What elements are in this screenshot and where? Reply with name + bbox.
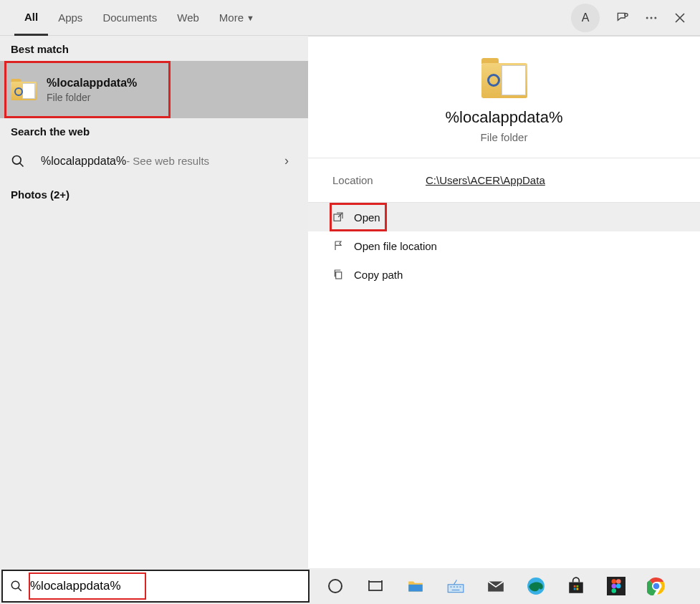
best-match-result[interactable]: %localappdata% File folder bbox=[0, 61, 308, 118]
svg-rect-15 bbox=[574, 588, 576, 590]
task-view-icon[interactable] bbox=[365, 576, 385, 596]
instruction-highlight bbox=[330, 203, 387, 231]
tab-all[interactable]: All bbox=[14, 0, 48, 36]
cortana-icon[interactable] bbox=[325, 576, 345, 596]
svg-point-19 bbox=[616, 579, 621, 584]
results-panel: Best match %localappdata% File folder Se… bbox=[0, 36, 308, 568]
action-copy-path[interactable]: Copy path bbox=[308, 260, 700, 289]
result-title: %localappdata% bbox=[47, 77, 137, 90]
svg-point-18 bbox=[612, 579, 617, 584]
tab-documents[interactable]: Documents bbox=[92, 0, 167, 36]
tab-more-label: More bbox=[219, 11, 244, 24]
copy-icon bbox=[332, 269, 353, 280]
more-options-icon[interactable] bbox=[637, 4, 666, 32]
taskbar bbox=[0, 568, 700, 604]
svg-point-0 bbox=[625, 13, 628, 16]
svg-point-8 bbox=[329, 580, 342, 593]
web-query: %localappdata% bbox=[41, 155, 126, 168]
photos-section[interactable]: Photos (2+) bbox=[0, 178, 308, 211]
preview-subtitle: File folder bbox=[308, 131, 700, 143]
svg-rect-14 bbox=[577, 585, 579, 588]
svg-point-7 bbox=[11, 581, 19, 589]
tab-apps[interactable]: Apps bbox=[48, 0, 92, 36]
svg-rect-16 bbox=[577, 588, 579, 590]
preview-panel: %localappdata% File folder Location C:\U… bbox=[308, 36, 700, 568]
folder-icon bbox=[11, 79, 37, 100]
search-box[interactable] bbox=[1, 570, 310, 603]
tab-web[interactable]: Web bbox=[167, 0, 209, 36]
best-match-header: Best match bbox=[0, 36, 308, 61]
search-web-header: Search the web bbox=[0, 118, 308, 143]
svg-rect-9 bbox=[369, 582, 382, 590]
search-icon bbox=[3, 580, 30, 593]
svg-point-21 bbox=[616, 584, 621, 589]
chevron-down-icon: ▼ bbox=[246, 14, 254, 22]
action-open[interactable]: Open bbox=[308, 203, 700, 231]
svg-point-4 bbox=[13, 155, 21, 164]
web-suffix: - See web results bbox=[126, 155, 209, 167]
keyboard-icon[interactable] bbox=[446, 576, 466, 596]
feedback-icon[interactable] bbox=[608, 4, 637, 32]
svg-point-1 bbox=[646, 16, 648, 19]
chrome-icon[interactable] bbox=[646, 576, 666, 596]
preview-title: %localappdata% bbox=[308, 108, 700, 127]
mail-icon[interactable] bbox=[486, 576, 506, 596]
svg-rect-10 bbox=[448, 585, 464, 593]
svg-rect-13 bbox=[574, 585, 576, 588]
action-copy-path-label: Copy path bbox=[354, 269, 403, 281]
location-row: Location C:\Users\ACER\AppData bbox=[308, 158, 700, 202]
open-location-icon bbox=[332, 240, 353, 251]
tab-more[interactable]: More ▼ bbox=[209, 0, 264, 36]
web-search-result[interactable]: %localappdata% - See web results › bbox=[0, 143, 308, 178]
file-explorer-icon[interactable] bbox=[406, 576, 426, 596]
result-text: %localappdata% File folder bbox=[47, 77, 137, 103]
folder-icon-large bbox=[481, 58, 527, 98]
location-label: Location bbox=[332, 174, 426, 186]
svg-point-3 bbox=[654, 16, 656, 19]
location-path[interactable]: C:\Users\ACER\AppData bbox=[426, 174, 545, 186]
edge-icon[interactable] bbox=[526, 576, 546, 596]
svg-point-20 bbox=[612, 584, 617, 589]
svg-rect-12 bbox=[569, 583, 583, 593]
store-icon[interactable] bbox=[566, 576, 586, 596]
chevron-right-icon: › bbox=[284, 153, 289, 168]
search-input[interactable] bbox=[30, 571, 308, 601]
svg-point-22 bbox=[612, 588, 617, 593]
result-subtitle: File folder bbox=[47, 92, 137, 103]
svg-point-2 bbox=[651, 16, 653, 19]
action-open-location-label: Open file location bbox=[354, 240, 437, 252]
action-open-location[interactable]: Open file location bbox=[308, 231, 700, 260]
svg-rect-6 bbox=[336, 272, 342, 279]
search-scope-tabs: All Apps Documents Web More ▼ A bbox=[0, 0, 700, 36]
user-avatar[interactable]: A bbox=[571, 4, 600, 32]
close-icon[interactable] bbox=[666, 4, 694, 32]
search-icon bbox=[11, 154, 28, 168]
figma-icon[interactable] bbox=[606, 576, 626, 596]
